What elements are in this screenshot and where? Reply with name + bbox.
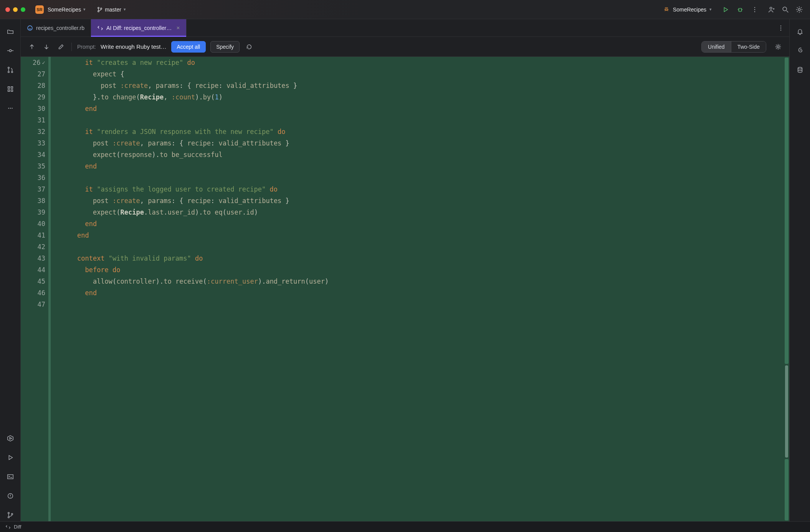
close-tab-icon[interactable]: ✕ <box>176 25 180 31</box>
line-number: 47 <box>21 299 48 310</box>
svg-point-29 <box>28 26 32 30</box>
code-line[interactable]: expect { <box>61 68 784 80</box>
code-line[interactable]: post :create, params: { recipe: valid_at… <box>61 137 784 149</box>
code-line[interactable]: context "with invalid params" do <box>61 253 784 264</box>
svg-point-5 <box>754 7 755 8</box>
scrollbar-thumb[interactable] <box>785 365 788 458</box>
view-unified-button[interactable]: Unified <box>702 41 731 52</box>
svg-rect-23 <box>7 475 13 479</box>
commit-icon <box>7 47 14 54</box>
line-number: 41 <box>21 230 48 241</box>
commit-tool-button[interactable] <box>4 45 17 57</box>
vcs-tool-button[interactable] <box>4 509 17 521</box>
status-bar: Diff <box>0 521 810 532</box>
code-line[interactable]: allow(controller).to receive(:current_us… <box>61 276 784 287</box>
svg-point-8 <box>770 7 772 9</box>
tab-options-button[interactable] <box>775 23 786 33</box>
settings-button[interactable] <box>794 4 805 15</box>
line-number: 31 <box>21 114 48 126</box>
code-line[interactable]: expect(Recipe.last.user_id).to eq(user.i… <box>61 207 784 218</box>
run-button[interactable] <box>720 4 731 15</box>
ai-assistant-tool-button[interactable] <box>794 45 806 57</box>
divider <box>71 43 72 51</box>
checkmark-icon: ✓ <box>42 57 45 68</box>
code-line[interactable]: it "assigns the logged user to created r… <box>61 183 784 195</box>
more-actions-button[interactable] <box>749 4 760 15</box>
code-line[interactable]: before do <box>61 264 784 276</box>
regenerate-button[interactable] <box>244 42 254 52</box>
code-line[interactable] <box>61 172 784 183</box>
run-config-name: SomeRecipes <box>673 7 706 13</box>
minimize-window-icon[interactable] <box>13 7 18 12</box>
close-window-icon[interactable] <box>5 7 10 12</box>
code-line[interactable]: end <box>61 103 784 114</box>
search-everywhere-button[interactable] <box>780 4 791 15</box>
code-line[interactable]: }.to change(Recipe, :count).by(1) <box>61 91 784 103</box>
diff-settings-button[interactable] <box>773 42 783 52</box>
gear-icon <box>775 43 782 50</box>
diff-code-view[interactable]: 26✓2728293031323334353637383940414243444… <box>21 57 789 521</box>
code-line[interactable]: end <box>61 287 784 299</box>
code-line[interactable]: expect(response).to be_successful <box>61 149 784 160</box>
code-line[interactable]: end <box>61 230 784 241</box>
more-tools-button[interactable] <box>4 102 17 114</box>
code-line[interactable]: it "creates a new recipe" do <box>61 57 784 68</box>
zoom-window-icon[interactable] <box>21 7 25 12</box>
play-outline-icon <box>7 454 14 461</box>
database-tool-button[interactable] <box>794 64 806 76</box>
run-tool-button[interactable] <box>4 451 17 464</box>
svg-point-27 <box>8 517 9 518</box>
run-config-selector[interactable]: SomeRecipes ▾ <box>661 5 714 15</box>
code-line[interactable]: post :create, params: { recipe: valid_at… <box>61 195 784 207</box>
arrow-down-icon <box>43 43 50 50</box>
svg-point-14 <box>11 71 13 73</box>
code-line[interactable]: end <box>61 218 784 230</box>
view-two-side-button[interactable]: Two-Side <box>731 41 766 52</box>
prev-change-button[interactable] <box>27 42 37 52</box>
code-line[interactable]: end <box>61 160 784 172</box>
line-number: 33 <box>21 137 48 149</box>
code-content[interactable]: it "creates a new recipe" do expect { po… <box>51 57 784 521</box>
overview-ruler[interactable] <box>784 57 789 521</box>
git-branch-selector[interactable]: master ▾ <box>95 5 128 14</box>
tab-file-recipes-controller[interactable]: recipes_controller.rb <box>21 19 91 36</box>
pull-requests-tool-button[interactable] <box>4 64 17 76</box>
line-number: 26✓ <box>21 57 48 68</box>
specify-button[interactable]: Specify <box>210 41 240 53</box>
status-bar-label[interactable]: Diff <box>14 524 21 530</box>
accept-all-button[interactable]: Accept all <box>171 41 206 53</box>
code-line[interactable] <box>61 299 784 310</box>
gear-icon <box>795 6 803 13</box>
svg-point-13 <box>8 71 9 73</box>
structure-tool-button[interactable] <box>4 83 17 95</box>
line-number: 29 <box>21 91 48 103</box>
project-tool-button[interactable] <box>4 25 17 38</box>
bug-icon <box>737 6 744 13</box>
pencil-icon <box>58 43 64 50</box>
edit-prompt-button[interactable] <box>56 42 66 52</box>
project-selector[interactable]: SR SomeRecipes ▾ <box>33 4 88 15</box>
chevron-down-icon: ▾ <box>83 7 86 12</box>
svg-point-2 <box>101 8 102 9</box>
search-icon <box>782 6 789 13</box>
svg-point-1 <box>98 10 99 12</box>
debug-button[interactable] <box>735 4 746 15</box>
warning-circle-icon <box>7 492 14 499</box>
code-with-me-button[interactable] <box>766 4 777 15</box>
code-line[interactable]: it "renders a JSON response with the new… <box>61 126 784 137</box>
code-line[interactable]: post :create, params: { recipe: valid_at… <box>61 80 784 91</box>
problems-tool-button[interactable] <box>4 490 17 502</box>
branch-name: master <box>105 7 121 13</box>
tab-ai-diff[interactable]: AI Diff: recipes_controller… ✕ <box>91 19 187 36</box>
terminal-tool-button[interactable] <box>4 471 17 483</box>
code-line[interactable] <box>61 114 784 126</box>
line-number: 36 <box>21 172 48 183</box>
folder-icon <box>7 28 14 35</box>
next-change-button[interactable] <box>41 42 51 52</box>
services-tool-button[interactable] <box>4 432 17 444</box>
code-line[interactable] <box>61 241 784 253</box>
notifications-tool-button[interactable] <box>794 25 806 38</box>
svg-point-32 <box>780 30 781 30</box>
line-number: 46 <box>21 287 48 299</box>
svg-point-30 <box>780 25 781 26</box>
